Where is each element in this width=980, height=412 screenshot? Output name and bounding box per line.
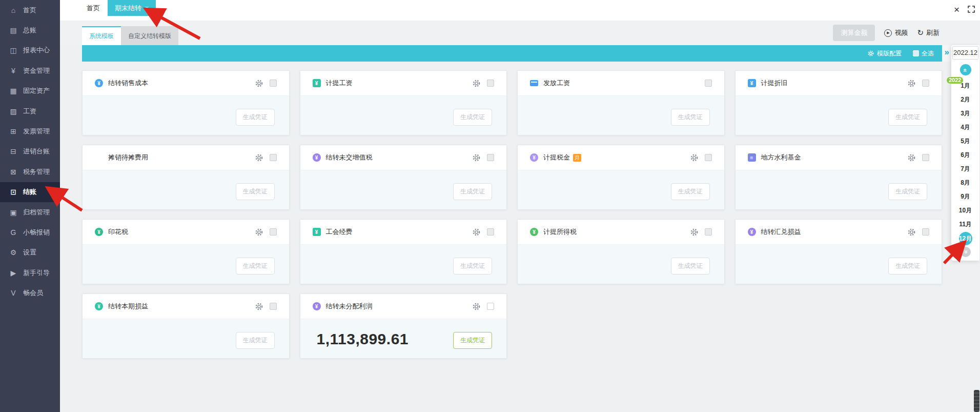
gear-icon[interactable] [472, 153, 481, 162]
tab-close-icon[interactable]: × [145, 5, 149, 12]
template-config-button[interactable]: 模版配置 [867, 49, 902, 58]
refresh-button[interactable]: ↻ 刷新 [917, 28, 940, 37]
gear-icon[interactable] [472, 228, 481, 237]
task-card-header: ¥结转本期损益 [83, 294, 289, 319]
generate-voucher-button[interactable]: 生成凭证 [453, 258, 492, 274]
subtab-system-template[interactable]: 系统模板 [82, 26, 121, 45]
tab-home[interactable]: 首页 [80, 0, 106, 16]
month-item-3月[interactable]: 3月 [951, 107, 979, 121]
generate-voucher-button[interactable]: 生成凭证 [888, 109, 927, 126]
sidebar-item-归档管理[interactable]: ▣归档管理 [0, 202, 60, 222]
tab-period-end-closing[interactable]: 期末结转× [108, 0, 156, 16]
video-button[interactable]: ▶ 视频 [884, 28, 908, 37]
generate-voucher-button[interactable]: 生成凭证 [236, 183, 275, 200]
gear-icon[interactable] [690, 153, 699, 162]
sidebar-item-首页[interactable]: ⌂首页 [0, 0, 60, 20]
task-checkbox[interactable] [270, 303, 277, 310]
month-item-8月[interactable]: 8月 [951, 176, 979, 190]
task-checkbox[interactable] [270, 80, 277, 87]
month-item-6月[interactable]: 6月 [951, 148, 979, 162]
task-checkbox[interactable] [705, 80, 712, 87]
task-checkbox[interactable] [922, 228, 929, 236]
generate-voucher-button[interactable]: 生成凭证 [888, 183, 927, 200]
task-checkbox[interactable] [487, 303, 494, 310]
select-all-checkbox[interactable] [913, 50, 919, 56]
gear-icon[interactable] [472, 79, 481, 88]
report-icon: ◫ [8, 46, 18, 54]
gear-icon[interactable] [472, 302, 481, 311]
task-card-body: 生成凭证 [300, 244, 507, 284]
calculate-amount-button[interactable]: 测算金额 [833, 25, 875, 41]
settings-icon: ⚙ [8, 248, 18, 257]
tax-icon: ⊠ [8, 168, 18, 176]
collapse-panel-icon[interactable]: » [945, 47, 949, 57]
sidebar-item-报表中心[interactable]: ◫报表中心 [0, 41, 60, 61]
sidebar-item-结账[interactable]: ⊡结账 [0, 182, 60, 202]
generate-voucher-button[interactable]: 生成凭证 [236, 332, 275, 349]
sidebar-item-资金管理[interactable]: ¥资金管理 [0, 61, 60, 81]
gear-icon[interactable] [907, 228, 916, 237]
month-item-11月[interactable]: 11月 [951, 218, 979, 231]
fullscreen-icon[interactable] [968, 6, 975, 13]
close-icon[interactable]: × [954, 5, 959, 14]
reimburse-icon: G [8, 228, 18, 237]
sidebar-item-小畅报销[interactable]: G小畅报销 [0, 222, 60, 242]
sidebar-item-税务管理[interactable]: ⊠税务管理 [0, 162, 60, 182]
sidebar-item-label: 进销台账 [23, 147, 50, 156]
gear-icon[interactable] [255, 153, 263, 162]
scroll-down-button[interactable]: « [961, 247, 971, 257]
sidebar-item-畅会员[interactable]: V畅会员 [0, 283, 60, 303]
task-icon: ¥ [313, 302, 321, 310]
generate-voucher-button[interactable]: 生成凭证 [236, 109, 275, 126]
sidebar-item-发票管理[interactable]: ⊞发票管理 [0, 121, 60, 141]
gear-icon[interactable] [907, 79, 916, 88]
task-checkbox[interactable] [922, 80, 929, 87]
month-item-5月[interactable]: 5月 [951, 134, 979, 148]
task-checkbox[interactable] [270, 228, 277, 236]
task-card-title: 工会经费 [326, 227, 353, 237]
generate-voucher-button[interactable]: 生成凭证 [453, 332, 492, 349]
month-item-10月[interactable]: 10月 [951, 204, 979, 218]
sidebar: ⌂首页▤总账◫报表中心¥资金管理▦固定资产▨工资⊞发票管理⊟进销台账⊠税务管理⊡… [0, 0, 60, 412]
month-item-9月[interactable]: 9月 [951, 190, 979, 204]
month-item-12月[interactable]: 12月 [959, 232, 972, 245]
task-checkbox[interactable] [705, 228, 712, 236]
generate-voucher-button[interactable]: 生成凭证 [453, 183, 492, 200]
generate-voucher-button[interactable]: 生成凭证 [671, 109, 710, 126]
sidebar-item-工资[interactable]: ▨工资 [0, 101, 60, 121]
sidebar-item-新手引导[interactable]: ▶新手引导 [0, 263, 60, 283]
sidebar-item-进销台账[interactable]: ⊟进销台账 [0, 142, 60, 162]
task-checkbox[interactable] [705, 154, 712, 161]
task-checkbox[interactable] [270, 154, 277, 161]
current-period-label[interactable]: 2022.12 [952, 46, 978, 60]
task-icon: ¥ [313, 228, 321, 236]
generate-voucher-button[interactable]: 生成凭证 [236, 258, 275, 274]
invoice-icon: ⊞ [8, 127, 18, 135]
task-checkbox[interactable] [487, 80, 494, 87]
closing-icon: ⊡ [8, 188, 18, 196]
gear-icon[interactable] [255, 79, 263, 88]
vertical-scrollbar-thumb[interactable] [974, 390, 979, 412]
select-all-control[interactable]: 全选 [913, 49, 934, 58]
sidebar-item-固定资产[interactable]: ▦固定资产 [0, 81, 60, 101]
task-checkbox[interactable] [487, 228, 494, 236]
generate-voucher-button[interactable]: 生成凭证 [453, 109, 492, 126]
month-item-2月[interactable]: 2月 [951, 93, 979, 107]
generate-voucher-button[interactable]: 生成凭证 [671, 183, 710, 200]
gear-icon[interactable] [907, 153, 916, 162]
task-card-body: 生成凭证 [83, 170, 289, 210]
task-card-body: 生成凭证 [83, 95, 289, 135]
month-item-7月[interactable]: 7月 [951, 162, 979, 176]
gear-icon[interactable] [255, 228, 263, 237]
gear-icon[interactable] [690, 228, 699, 237]
generate-voucher-button[interactable]: 生成凭证 [888, 258, 927, 274]
sidebar-item-设置[interactable]: ⚙设置 [0, 243, 60, 263]
gear-icon[interactable] [255, 302, 263, 311]
sidebar-item-总账[interactable]: ▤总账 [0, 20, 60, 40]
task-checkbox[interactable] [922, 154, 929, 161]
task-checkbox[interactable] [487, 154, 494, 161]
month-item-4月[interactable]: 4月 [951, 121, 979, 134]
scroll-up-button[interactable]: « [960, 64, 971, 75]
generate-voucher-button[interactable]: 生成凭证 [671, 258, 710, 274]
subtab-custom-template[interactable]: 自定义结转模版 [121, 26, 178, 45]
